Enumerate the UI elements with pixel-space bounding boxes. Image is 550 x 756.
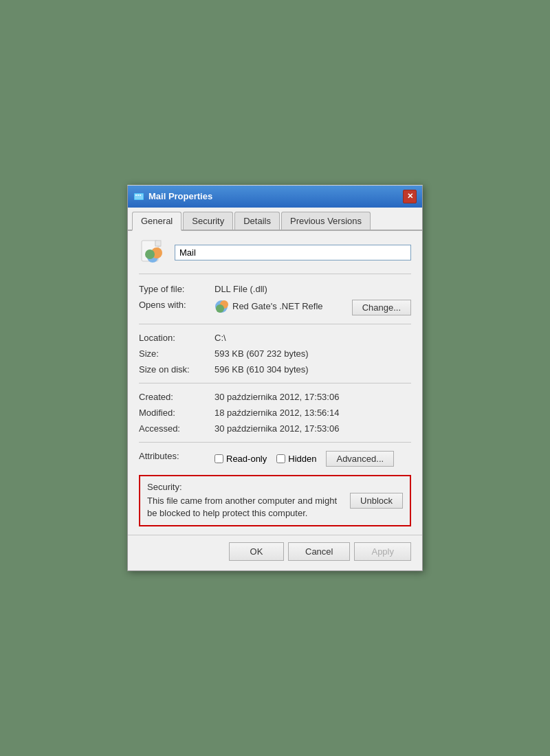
size-label: Size: [139, 348, 214, 359]
accessed-value: 30 października 2012, 17:53:06 [214, 423, 411, 434]
tab-details[interactable]: Details [234, 212, 280, 230]
readonly-label: Read-only [226, 454, 267, 464]
attributes-row: Attributes: Read-only Hidden Advanced... [139, 448, 411, 469]
unblock-button[interactable]: Unblock [350, 493, 403, 509]
attributes-label: Attributes: [139, 451, 214, 461]
sizeondisk-row: Size on disk: 596 KB (610 304 bytes) [139, 362, 411, 377]
svg-point-10 [145, 249, 155, 259]
title-bar: Mail Properties ✕ [128, 186, 422, 208]
openswith-label: Opens with: [139, 300, 214, 310]
tab-general[interactable]: General [132, 212, 182, 231]
dialog-window: Mail Properties ✕ General Security Detai… [127, 185, 423, 571]
security-label: Security: [147, 482, 342, 492]
modified-value: 18 października 2012, 13:56:14 [214, 408, 411, 418]
svg-rect-7 [155, 241, 161, 246]
separator-2 [139, 383, 411, 383]
accessed-row: Accessed: 30 października 2012, 17:53:06 [139, 421, 411, 436]
size-value: 593 KB (607 232 bytes) [214, 348, 411, 359]
location-label: Location: [139, 333, 214, 343]
svg-point-4 [140, 194, 141, 196]
separator-1 [139, 324, 411, 324]
ok-button[interactable]: OK [229, 542, 284, 561]
opens-with-icon [214, 300, 228, 313]
created-row: Created: 30 października 2012, 17:53:06 [139, 389, 411, 405]
opens-with-app: Red Gate's .NET Refle [232, 301, 323, 311]
hidden-checkbox-label[interactable]: Hidden [276, 454, 316, 464]
tab-bar: General Security Details Previous Versio… [128, 208, 422, 231]
modified-row: Modified: 18 października 2012, 13:56:14 [139, 405, 411, 421]
separator-3 [139, 442, 411, 443]
accessed-label: Accessed: [139, 423, 214, 434]
location-value: C:\ [214, 333, 411, 343]
filetype-value: DLL File (.dll) [214, 284, 411, 294]
svg-point-13 [216, 304, 224, 313]
filetype-label: Type of file: [139, 284, 214, 294]
dialog-footer: OK Cancel Apply [128, 535, 422, 570]
title-bar-left: Mail Properties [133, 191, 212, 202]
location-row: Location: C:\ [139, 330, 411, 346]
advanced-button[interactable]: Advanced... [326, 451, 394, 467]
security-content: Security: This file came from another co… [147, 482, 342, 520]
security-section: Security: This file came from another co… [139, 475, 411, 526]
window-icon [133, 191, 144, 202]
created-label: Created: [139, 392, 214, 402]
size-row: Size: 593 KB (607 232 bytes) [139, 346, 411, 362]
file-header [139, 239, 411, 274]
cancel-button[interactable]: Cancel [288, 542, 350, 561]
tab-security[interactable]: Security [183, 212, 233, 230]
modified-label: Modified: [139, 408, 214, 418]
close-button[interactable]: ✕ [403, 190, 417, 203]
tab-content-general: Type of file: DLL File (.dll) Opens with… [128, 231, 422, 535]
apply-button[interactable]: Apply [354, 542, 411, 561]
file-icon [139, 239, 166, 267]
sizeondisk-label: Size on disk: [139, 364, 214, 375]
security-message: This file came from another computer and… [147, 495, 342, 520]
dialog-title: Mail Properties [148, 191, 212, 201]
created-value: 30 października 2012, 17:53:06 [214, 392, 411, 402]
attributes-controls: Read-only Hidden Advanced... [214, 451, 411, 467]
svg-point-2 [135, 194, 137, 196]
openswith-row: Opens with: Red Gate's .NET Refle Change… [139, 297, 411, 318]
tab-previous-versions[interactable]: Previous Versions [281, 212, 371, 230]
filetype-row: Type of file: DLL File (.dll) [139, 281, 411, 297]
hidden-label: Hidden [288, 454, 316, 464]
openswith-value: Red Gate's .NET Refle [214, 300, 352, 313]
file-name-input[interactable] [175, 245, 411, 260]
svg-point-3 [138, 194, 139, 196]
change-button[interactable]: Change... [352, 300, 411, 315]
readonly-checkbox-label[interactable]: Read-only [214, 454, 267, 464]
readonly-checkbox[interactable] [214, 454, 223, 463]
hidden-checkbox[interactable] [276, 454, 285, 463]
sizeondisk-value: 596 KB (610 304 bytes) [214, 364, 411, 375]
